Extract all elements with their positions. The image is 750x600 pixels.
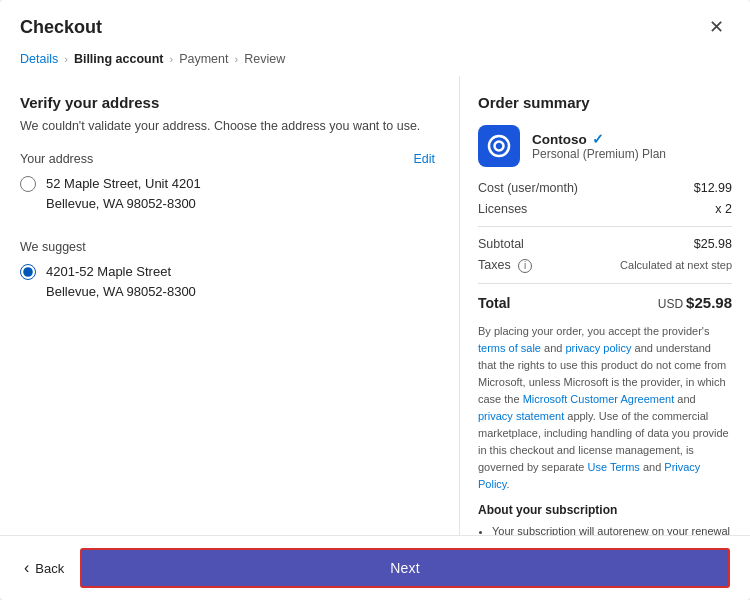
suggested-address-text: 4201-52 Maple Street Bellevue, WA 98052-…: [46, 262, 196, 302]
cost-line: Cost (user/month) $12.99: [478, 181, 732, 195]
breadcrumb-payment: Payment: [179, 52, 228, 66]
use-terms-link[interactable]: Use Terms: [587, 461, 639, 473]
product-info: Contoso ✓ Personal (Premium) Plan: [532, 131, 666, 161]
checkout-modal: Checkout ✕ Details › Billing account › P…: [0, 0, 750, 600]
breadcrumb-sep-2: ›: [169, 53, 173, 65]
taxes-info-icon[interactable]: i: [518, 259, 532, 273]
modal-footer: ‹ Back Next: [0, 535, 750, 600]
next-button[interactable]: Next: [80, 548, 730, 588]
contoso-icon: [486, 133, 512, 159]
suggested-address-radio[interactable]: [20, 264, 36, 280]
svg-point-0: [489, 136, 509, 156]
your-address-option[interactable]: 52 Maple Street, Unit 4201 Bellevue, WA …: [20, 174, 435, 214]
subtotal-value: $25.98: [694, 237, 732, 251]
mca-link[interactable]: Microsoft Customer Agreement: [523, 393, 675, 405]
svg-point-1: [495, 142, 504, 151]
licenses-line: Licenses x 2: [478, 202, 732, 216]
product-row: Contoso ✓ Personal (Premium) Plan: [478, 125, 732, 167]
licenses-value: x 2: [715, 202, 732, 216]
section-desc: We couldn't validate your address. Choos…: [20, 117, 435, 136]
total-label: Total: [478, 295, 510, 311]
modal-body: Verify your address We couldn't validate…: [0, 76, 750, 535]
product-plan: Personal (Premium) Plan: [532, 147, 666, 161]
subtotal-line: Subtotal $25.98: [478, 237, 732, 251]
edit-link[interactable]: Edit: [413, 152, 435, 166]
sub-bullet-1: Your subscription will autorenew on your…: [492, 523, 732, 535]
product-name-row: Contoso ✓: [532, 131, 666, 147]
modal-title: Checkout: [20, 17, 102, 38]
disclaimer-text: By placing your order, you accept the pr…: [478, 323, 732, 493]
privacy-policy-link[interactable]: privacy policy: [565, 342, 631, 354]
breadcrumb-details[interactable]: Details: [20, 52, 58, 66]
back-button[interactable]: ‹ Back: [20, 553, 68, 583]
about-sub-list: Your subscription will autorenew on your…: [478, 523, 732, 535]
right-panel: Order summary Contoso ✓ Personal (Premiu…: [460, 76, 750, 535]
order-summary-title: Order summary: [478, 94, 732, 111]
breadcrumb: Details › Billing account › Payment › Re…: [0, 48, 750, 76]
modal-header: Checkout ✕: [0, 0, 750, 48]
left-panel: Verify your address We couldn't validate…: [0, 76, 460, 535]
terms-of-sale-link[interactable]: terms of sale: [478, 342, 541, 354]
total-amount: USD$25.98: [658, 294, 732, 311]
product-name: Contoso: [532, 132, 587, 147]
your-address-label-row: Your address Edit: [20, 152, 435, 166]
privacy-statement-link[interactable]: privacy statement: [478, 410, 564, 422]
your-address-group: Your address Edit 52 Maple Street, Unit …: [20, 152, 435, 222]
licenses-label: Licenses: [478, 202, 527, 216]
total-row: Total USD$25.98: [478, 294, 732, 311]
suggest-label: We suggest: [20, 240, 435, 254]
breadcrumb-sep-1: ›: [64, 53, 68, 65]
divider-2: [478, 283, 732, 284]
your-address-label: Your address: [20, 152, 93, 166]
product-icon: [478, 125, 520, 167]
breadcrumb-billing: Billing account: [74, 52, 164, 66]
subtotal-label: Subtotal: [478, 237, 524, 251]
about-sub-title: About your subscription: [478, 503, 732, 517]
suggested-address-option[interactable]: 4201-52 Maple Street Bellevue, WA 98052-…: [20, 262, 435, 302]
taxes-line: Taxes i Calculated at next step: [478, 258, 732, 273]
divider-1: [478, 226, 732, 227]
taxes-value: Calculated at next step: [620, 259, 732, 271]
taxes-label: Taxes i: [478, 258, 532, 273]
your-address-text: 52 Maple Street, Unit 4201 Bellevue, WA …: [46, 174, 201, 214]
back-chevron-icon: ‹: [24, 559, 29, 577]
suggested-address-group: We suggest 4201-52 Maple Street Bellevue…: [20, 240, 435, 310]
total-currency: USD: [658, 297, 683, 311]
breadcrumb-review: Review: [244, 52, 285, 66]
section-title: Verify your address: [20, 94, 435, 111]
close-button[interactable]: ✕: [703, 16, 730, 38]
cost-label: Cost (user/month): [478, 181, 578, 195]
verified-icon: ✓: [592, 131, 604, 147]
breadcrumb-sep-3: ›: [235, 53, 239, 65]
cost-value: $12.99: [694, 181, 732, 195]
your-address-radio[interactable]: [20, 176, 36, 192]
